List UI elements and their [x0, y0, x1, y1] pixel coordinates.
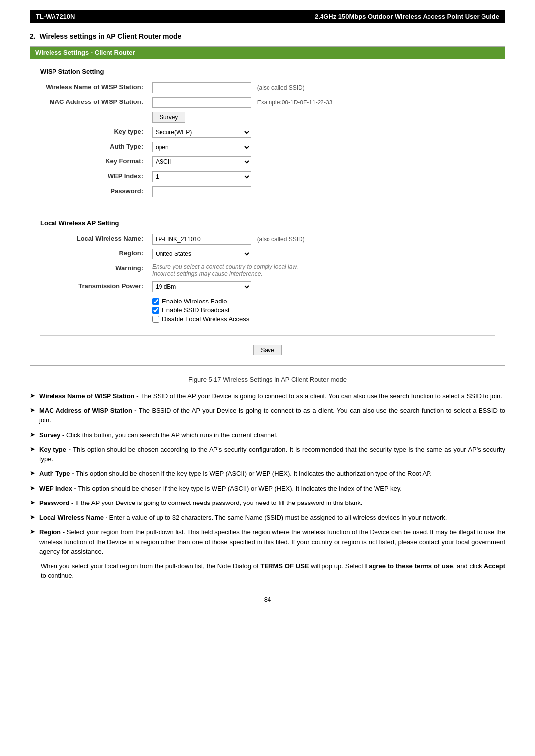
bullet-arrow-5: ➤	[30, 469, 35, 477]
bullet-3: ➤ Survey - Click this button, you can se…	[30, 430, 505, 440]
save-button[interactable]: Save	[253, 345, 281, 355]
warning-label: Warning:	[40, 261, 149, 279]
bullet-arrow-6: ➤	[30, 484, 35, 492]
bullet-arrow-7: ➤	[30, 499, 35, 506]
local-name-input[interactable]	[152, 234, 251, 245]
model-name: TL-WA7210N	[36, 13, 75, 20]
bullet-text-9: Region - Select your region from the pul…	[39, 527, 505, 556]
auth-type-label: Auth Type:	[40, 140, 149, 154]
tx-power-select[interactable]: 19 dBm	[152, 281, 251, 292]
bullet-arrow-2: ➤	[30, 406, 35, 414]
password-label: Password:	[40, 184, 149, 199]
section-heading: 2. Wireless settings in AP Client Router…	[30, 32, 505, 40]
disable-local-row: Disable Local Wireless Access	[152, 315, 492, 323]
bullet-text-7: Password - If the AP your Device is goin…	[39, 498, 362, 508]
bullet-text-2: MAC Address of WISP Station - The BSSID …	[39, 406, 505, 425]
local-section-title: Local Wireless AP Setting	[40, 219, 495, 227]
bullet-text-1: Wireless Name of WISP Station - The SSID…	[39, 391, 502, 401]
enable-ssid-row: Enable SSID Broadcast	[152, 306, 492, 314]
page-number: 84	[30, 596, 505, 603]
bullet-5: ➤ Auth Type - This option should be chos…	[30, 469, 505, 479]
header-bar: TL-WA7210N 2.4GHz 150Mbps Outdoor Wirele…	[30, 10, 505, 23]
bullet-section: ➤ Wireless Name of WISP Station - The SS…	[30, 391, 505, 556]
key-type-select[interactable]: Secure(WEP)	[152, 127, 251, 138]
bullet-arrow-4: ➤	[30, 445, 35, 453]
indent-paragraph: When you select your local region from t…	[41, 561, 505, 581]
panel-body: WISP Station Setting Wireless Name of WI…	[30, 59, 505, 365]
bullet-arrow-1: ➤	[30, 392, 35, 399]
disable-local-label: Disable Local Wireless Access	[162, 315, 249, 323]
enable-radio-row: Enable Wireless Radio	[152, 298, 492, 305]
region-label: Region:	[40, 247, 149, 261]
mac-example: Example:00-1D-0F-11-22-33	[257, 99, 333, 106]
bullet-arrow-8: ➤	[30, 513, 35, 521]
wireless-name-label: Wireless Name of WISP Station:	[40, 80, 149, 95]
key-format-label: Key Format:	[40, 154, 149, 169]
bullet-text-5: Auth Type - This option should be chosen…	[39, 469, 432, 479]
auth-type-select[interactable]: open	[152, 142, 251, 152]
enable-radio-label: Enable Wireless Radio	[162, 298, 227, 305]
bullet-text-4: Key type - This option should be chosen …	[39, 445, 505, 464]
wireless-name-input[interactable]	[152, 82, 251, 93]
bullet-2: ➤ MAC Address of WISP Station - The BSSI…	[30, 406, 505, 425]
mac-address-input[interactable]	[152, 97, 251, 108]
local-name-hint: (also called SSID)	[257, 236, 305, 243]
enable-ssid-label: Enable SSID Broadcast	[162, 306, 230, 314]
wireless-name-hint: (also called SSID)	[257, 84, 305, 91]
bullet-4: ➤ Key type - This option should be chose…	[30, 445, 505, 464]
wisp-section-title: WISP Station Setting	[40, 68, 495, 75]
enable-ssid-checkbox[interactable]	[152, 307, 159, 314]
disable-local-checkbox[interactable]	[152, 316, 159, 323]
key-type-label: Key type:	[40, 125, 149, 140]
mac-address-label: MAC Address of WISP Station:	[40, 95, 149, 110]
bullet-8: ➤ Local Wireless Name - Enter a value of…	[30, 513, 505, 523]
region-select[interactable]: United States	[152, 249, 251, 259]
password-input[interactable]	[152, 186, 251, 197]
bullet-text-3: Survey - Click this button, you can sear…	[39, 430, 278, 440]
bullet-arrow-9: ➤	[30, 528, 35, 535]
wep-index-select[interactable]: 1	[152, 171, 251, 182]
bullet-6: ➤ WEP Index - This option should be chos…	[30, 484, 505, 494]
guide-title: 2.4GHz 150Mbps Outdoor Wireless Access P…	[315, 13, 499, 20]
bullet-text-8: Local Wireless Name - Enter a value of u…	[39, 513, 447, 523]
bullet-9: ➤ Region - Select your region from the p…	[30, 527, 505, 556]
figure-caption: Figure 5-17 Wireless Settings in AP Clie…	[30, 376, 505, 383]
save-section-divider	[40, 335, 495, 336]
bullet-7: ➤ Password - If the AP your Device is go…	[30, 498, 505, 508]
section-divider	[40, 209, 495, 209]
wireless-settings-panel: Wireless Settings - Client Router WISP S…	[30, 46, 505, 366]
save-row: Save	[40, 340, 495, 358]
panel-header: Wireless Settings - Client Router	[30, 47, 505, 59]
bullet-arrow-3: ➤	[30, 431, 35, 438]
wireless-name-value: (also called SSID)	[149, 80, 495, 95]
warning-text: Ensure you select a correct country to c…	[152, 263, 321, 277]
tx-power-label: Transmission Power:	[40, 279, 149, 294]
local-name-label: Local Wireless Name:	[40, 232, 149, 247]
wep-index-label: WEP Index:	[40, 169, 149, 184]
bullet-1: ➤ Wireless Name of WISP Station - The SS…	[30, 391, 505, 401]
enable-radio-checkbox[interactable]	[152, 298, 159, 305]
key-format-select[interactable]: ASCII	[152, 156, 251, 167]
survey-button[interactable]: Survey	[152, 112, 185, 123]
bullet-text-6: WEP Index - This option should be chosen…	[39, 484, 402, 494]
